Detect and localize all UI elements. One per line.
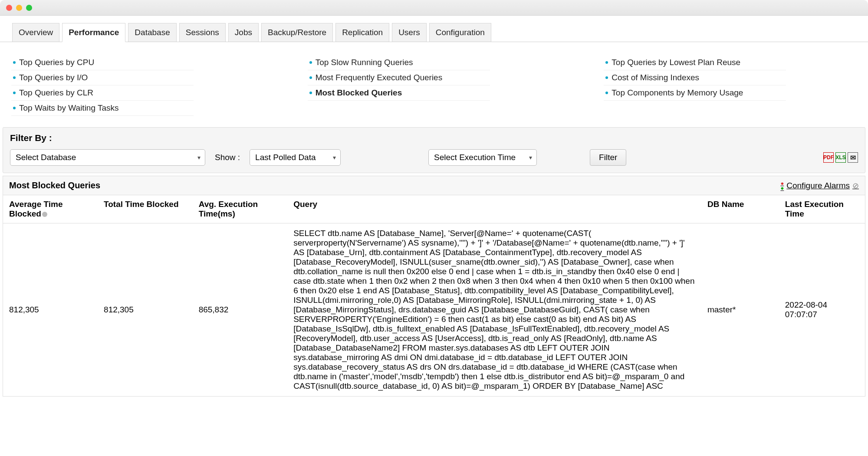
select-show[interactable]: Last Polled Data ▾ — [250, 149, 341, 166]
bullet-icon — [13, 76, 16, 79]
cell-last-exec: 2022-08-04 07:07:07 — [779, 223, 865, 397]
link-memory-usage[interactable]: Top Components by Memory Usage — [604, 85, 786, 101]
configure-alarms-link[interactable]: ●● Configure Alarms ⊘ — [780, 181, 859, 190]
cell-avg-blocked: 812,305 — [3, 223, 98, 397]
filter-bar: Filter By : Select Database ▾ Show : Las… — [3, 127, 865, 173]
cell-total-blocked: 812,305 — [98, 223, 193, 397]
link-top-queries-io[interactable]: Top Queries by I/O — [11, 70, 194, 85]
sort-indicator-icon — [42, 212, 47, 217]
tab-performance[interactable]: Performance — [62, 23, 125, 42]
link-missing-indexes[interactable]: Cost of Missing Indexes — [604, 70, 786, 85]
bullet-icon — [605, 76, 608, 79]
select-database[interactable]: Select Database ▾ — [10, 149, 205, 166]
link-label: Top Queries by Lowest Plan Reuse — [612, 58, 740, 67]
filter-title: Filter By : — [10, 133, 858, 143]
bullet-icon — [309, 61, 312, 64]
link-top-queries-clr[interactable]: Top Queries by CLR — [11, 85, 194, 101]
link-most-frequent-queries[interactable]: Most Frequently Executed Queries — [308, 70, 490, 85]
cell-db-name: master* — [701, 223, 779, 397]
link-lowest-plan-reuse[interactable]: Top Queries by Lowest Plan Reuse — [604, 55, 786, 70]
col-avg-execution-time[interactable]: Avg. Execution Time(ms) — [193, 195, 288, 223]
tab-sessions[interactable]: Sessions — [179, 23, 226, 42]
col-average-time-blocked[interactable]: Average Time Blocked — [3, 195, 98, 223]
select-execution-time[interactable]: Select Execution Time ▾ — [428, 149, 537, 166]
tab-users[interactable]: Users — [392, 23, 427, 42]
select-value: Last Polled Data — [255, 153, 316, 162]
export-icons: PDF XLS ✉ — [823, 152, 858, 163]
bullet-icon — [13, 107, 16, 109]
chevron-down-icon: ▾ — [529, 154, 532, 161]
bullet-icon — [13, 92, 16, 94]
maximize-window-button[interactable] — [26, 5, 32, 11]
link-label: Top Waits by Waiting Tasks — [19, 103, 118, 113]
bullet-icon — [309, 76, 312, 79]
filter-button[interactable]: Filter — [590, 149, 626, 166]
disabled-icon: ⊘ — [852, 181, 859, 190]
minimize-window-button[interactable] — [16, 5, 22, 11]
link-label: Top Queries by CLR — [19, 88, 93, 98]
bullet-icon — [13, 61, 16, 64]
show-label: Show : — [215, 153, 240, 162]
col-db-name[interactable]: DB Name — [701, 195, 779, 223]
tab-backup-restore[interactable]: Backup/Restore — [261, 23, 333, 42]
tab-configuration[interactable]: Configuration — [429, 23, 491, 42]
export-mail-icon[interactable]: ✉ — [848, 152, 858, 163]
close-window-button[interactable] — [6, 5, 12, 11]
link-label: Top Slow Running Queries — [316, 58, 413, 67]
tab-overview[interactable]: Overview — [12, 23, 59, 42]
performance-sublinks: Top Queries by CPU Top Queries by I/O To… — [0, 42, 868, 125]
link-most-blocked-queries[interactable]: Most Blocked Queries — [308, 85, 490, 101]
table-header-row: Average Time Blocked Total Time Blocked … — [3, 195, 865, 223]
configure-alarms-label: Configure Alarms — [786, 181, 850, 190]
bullet-icon — [605, 61, 608, 64]
link-top-waits[interactable]: Top Waits by Waiting Tasks — [11, 101, 194, 116]
chevron-down-icon: ▾ — [197, 154, 201, 161]
link-label: Cost of Missing Indexes — [612, 73, 699, 82]
bullet-icon — [309, 92, 312, 94]
link-top-slow-queries[interactable]: Top Slow Running Queries — [308, 55, 490, 70]
link-label: Top Components by Memory Usage — [612, 88, 743, 98]
alarm-led-icon: ●● — [780, 181, 784, 190]
link-label: Most Blocked Queries — [316, 88, 402, 98]
tab-jobs[interactable]: Jobs — [228, 23, 259, 42]
export-xls-icon[interactable]: XLS — [835, 152, 846, 163]
select-value: Select Execution Time — [434, 153, 516, 162]
table-row: 812,305 812,305 865,832 SELECT dtb.name … — [3, 223, 865, 397]
blocked-queries-table: Average Time Blocked Total Time Blocked … — [3, 195, 865, 397]
link-label: Top Queries by CPU — [19, 58, 94, 67]
tab-replication[interactable]: Replication — [335, 23, 389, 42]
link-label: Most Frequently Executed Queries — [316, 73, 443, 82]
table-header-bar: Most Blocked Queries ●● Configure Alarms… — [3, 176, 865, 195]
bullet-icon — [605, 92, 608, 94]
window-chrome — [0, 0, 868, 16]
col-last-execution-time[interactable]: Last Execution Time — [779, 195, 865, 223]
header-label: Average Time Blocked — [9, 200, 63, 218]
main-tabs: Overview Performance Database Sessions J… — [0, 16, 868, 42]
export-pdf-icon[interactable]: PDF — [823, 152, 834, 163]
cell-query: SELECT dtb.name AS [Database_Name], 'Ser… — [287, 223, 701, 397]
col-total-time-blocked[interactable]: Total Time Blocked — [98, 195, 193, 223]
tab-database[interactable]: Database — [128, 23, 176, 42]
link-top-queries-cpu[interactable]: Top Queries by CPU — [11, 55, 194, 70]
cell-avg-exec: 865,832 — [193, 223, 288, 397]
chevron-down-icon: ▾ — [333, 154, 336, 161]
select-value: Select Database — [16, 153, 76, 162]
link-label: Top Queries by I/O — [19, 73, 88, 82]
col-query[interactable]: Query — [287, 195, 701, 223]
table-title: Most Blocked Queries — [9, 180, 100, 190]
